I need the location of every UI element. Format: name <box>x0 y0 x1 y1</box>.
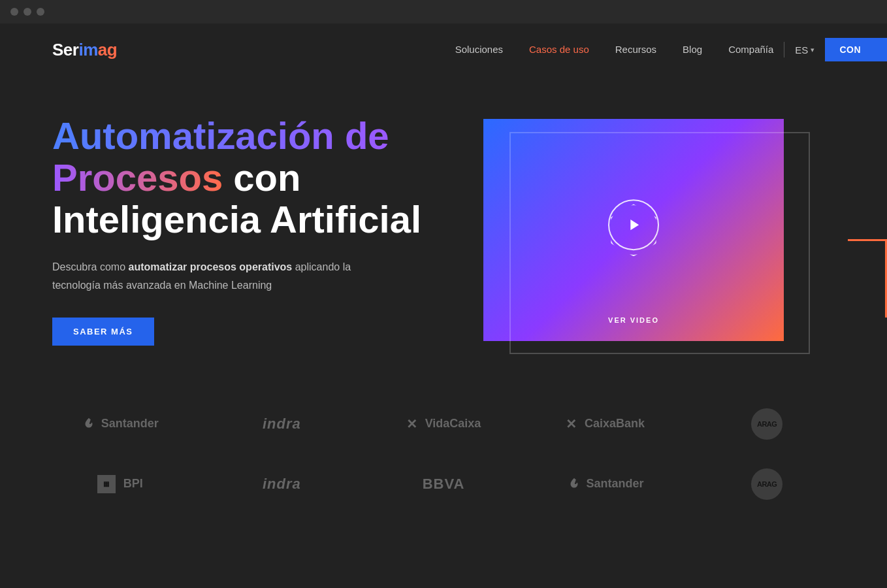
ver-video-label: VER VIDEO <box>608 316 659 324</box>
nav-link-blog[interactable]: Blog <box>683 44 702 55</box>
hero-text-block: Automatización de Procesos con Inteligen… <box>52 115 444 346</box>
hero-title: Automatización de Procesos con Inteligen… <box>52 115 444 240</box>
language-selector[interactable]: ES ▾ <box>795 44 814 56</box>
logos-section: Santander indra ✕ VidaCaixa ✕ CaixaBank … <box>0 372 887 544</box>
logo-indra-1: indra <box>201 405 363 443</box>
logo-arag-1: ARAG <box>686 398 848 450</box>
hero-title-con: con <box>223 156 300 199</box>
logo-arag-2: ARAG <box>686 458 848 510</box>
logo[interactable]: Serimag <box>52 40 117 60</box>
corner-accent <box>848 239 887 318</box>
nav-link-casos[interactable]: Casos de uso <box>529 44 589 55</box>
hero-title-line1: Automatización de <box>52 114 389 157</box>
logo-bpi: ▦ BPI <box>39 465 201 504</box>
nav-divider <box>784 42 784 57</box>
nav-links: Soluciones Casos de uso Recursos Blog Co… <box>455 44 774 56</box>
logo-bbva: BBVA <box>363 465 524 503</box>
os-dot-red <box>10 8 18 16</box>
santander-flame-icon <box>82 417 96 431</box>
os-chrome-bar <box>0 0 887 24</box>
hero-description: Descubra como automatizar procesos opera… <box>52 258 379 293</box>
nav-item-casos[interactable]: Casos de uso <box>529 44 589 56</box>
logo-caixabank: ✕ CaixaBank <box>524 406 686 442</box>
video-block: VER VIDEO <box>483 119 797 341</box>
logo-vidacaixa: ✕ VidaCaixa <box>363 406 524 442</box>
logo-santander-2: Santander <box>524 466 686 502</box>
play-circle[interactable] <box>608 200 659 251</box>
chevron-down-icon: ▾ <box>811 46 814 54</box>
santander-flame-icon-2 <box>567 477 581 491</box>
hero-section: Automatización de Procesos con Inteligen… <box>0 76 887 372</box>
nav-item-blog[interactable]: Blog <box>683 44 702 56</box>
lang-label: ES <box>795 44 808 56</box>
logo-indra-2: indra <box>201 465 363 503</box>
navbar: Serimag Soluciones Casos de uso Recursos… <box>0 24 887 76</box>
logos-row-2: ▦ BPI indra BBVA Santander ARAG <box>39 458 848 510</box>
hero-desc-text1: Descubra como <box>52 261 129 272</box>
browser-window: Serimag Soluciones Casos de uso Recursos… <box>0 24 887 588</box>
nav-link-recursos[interactable]: Recursos <box>615 44 656 55</box>
play-icon <box>624 216 643 235</box>
os-dot-green <box>37 8 44 16</box>
cta-button[interactable]: CON <box>825 38 887 61</box>
video-thumbnail[interactable]: VER VIDEO <box>483 119 784 341</box>
logo-santander-1: Santander <box>39 406 201 442</box>
nav-link-compania[interactable]: Compañía <box>728 44 773 55</box>
os-dot-yellow <box>24 8 31 16</box>
hero-desc-bold: automatizar procesos operativos <box>129 261 293 272</box>
nav-item-recursos[interactable]: Recursos <box>615 44 656 56</box>
nav-link-soluciones[interactable]: Soluciones <box>455 44 503 55</box>
hero-title-ia: Inteligencia Artificial <box>52 198 421 240</box>
saber-mas-button[interactable]: SABER MÁS <box>52 318 154 346</box>
logos-row-1: Santander indra ✕ VidaCaixa ✕ CaixaBank … <box>39 398 848 450</box>
nav-item-compania[interactable]: Compañía <box>728 44 773 56</box>
nav-item-soluciones[interactable]: Soluciones <box>455 44 503 56</box>
hero-title-procesos: Procesos <box>52 156 223 199</box>
